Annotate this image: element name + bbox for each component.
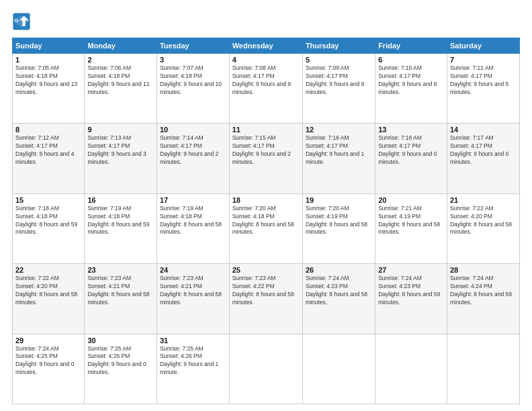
day-number: 2 <box>87 56 154 64</box>
day-info: Sunrise: 7:24 AM Sunset: 4:23 PM Dayligh… <box>306 275 372 307</box>
day-number: 3 <box>160 56 226 64</box>
day-number: 24 <box>160 266 226 274</box>
day-number: 4 <box>232 56 300 64</box>
day-info: Sunrise: 7:11 AM Sunset: 4:17 PM Dayligh… <box>450 64 517 97</box>
week-row-1: 1 Sunrise: 7:05 AM Sunset: 4:18 PM Dayli… <box>13 54 520 124</box>
day-cell: 10 Sunrise: 7:14 AM Sunset: 4:17 PM Dayl… <box>157 124 229 193</box>
day-number: 14 <box>450 126 517 134</box>
calendar-page: G SundayMondayTuesdayWednesdayThursdayFr… <box>0 0 532 411</box>
day-info: Sunrise: 7:21 AM Sunset: 4:19 PM Dayligh… <box>378 205 444 237</box>
day-cell: 9 Sunrise: 7:13 AM Sunset: 4:17 PM Dayli… <box>85 124 157 193</box>
day-cell <box>447 334 519 404</box>
day-cell <box>229 334 302 404</box>
day-info: Sunrise: 7:24 AM Sunset: 4:23 PM Dayligh… <box>378 275 444 307</box>
day-info: Sunrise: 7:23 AM Sunset: 4:22 PM Dayligh… <box>232 275 300 307</box>
day-cell: 24 Sunrise: 7:23 AM Sunset: 4:21 PM Dayl… <box>157 264 229 334</box>
day-number: 6 <box>378 56 444 64</box>
day-number: 27 <box>378 266 444 274</box>
day-cell: 2 Sunrise: 7:06 AM Sunset: 4:18 PM Dayli… <box>85 54 157 124</box>
day-cell: 1 Sunrise: 7:05 AM Sunset: 4:18 PM Dayli… <box>13 54 85 124</box>
col-header-thursday: Thursday <box>302 38 375 54</box>
day-info: Sunrise: 7:24 AM Sunset: 4:24 PM Dayligh… <box>450 275 517 307</box>
col-header-monday: Monday <box>85 38 157 54</box>
day-cell: 8 Sunrise: 7:12 AM Sunset: 4:17 PM Dayli… <box>13 124 85 193</box>
day-info: Sunrise: 7:06 AM Sunset: 4:18 PM Dayligh… <box>87 64 154 97</box>
logo-icon: G <box>12 12 31 31</box>
day-number: 5 <box>306 56 372 64</box>
day-number: 29 <box>15 336 81 345</box>
day-info: Sunrise: 7:12 AM Sunset: 4:17 PM Dayligh… <box>15 134 81 167</box>
day-info: Sunrise: 7:18 AM Sunset: 4:18 PM Dayligh… <box>15 205 81 237</box>
svg-text:G: G <box>15 17 19 24</box>
col-header-wednesday: Wednesday <box>229 38 302 54</box>
day-cell: 23 Sunrise: 7:23 AM Sunset: 4:21 PM Dayl… <box>85 264 157 334</box>
day-cell <box>375 334 447 404</box>
day-number: 7 <box>450 56 517 64</box>
day-info: Sunrise: 7:19 AM Sunset: 4:18 PM Dayligh… <box>160 205 226 237</box>
day-info: Sunrise: 7:05 AM Sunset: 4:18 PM Dayligh… <box>15 64 81 97</box>
logo: G <box>12 12 34 31</box>
day-cell: 28 Sunrise: 7:24 AM Sunset: 4:24 PM Dayl… <box>447 264 519 334</box>
col-header-sunday: Sunday <box>13 38 85 54</box>
day-cell: 12 Sunrise: 7:16 AM Sunset: 4:17 PM Dayl… <box>302 124 375 193</box>
day-cell: 11 Sunrise: 7:15 AM Sunset: 4:17 PM Dayl… <box>229 124 302 193</box>
day-info: Sunrise: 7:22 AM Sunset: 4:20 PM Dayligh… <box>15 275 81 307</box>
day-number: 1 <box>15 56 81 64</box>
day-cell: 25 Sunrise: 7:23 AM Sunset: 4:22 PM Dayl… <box>229 264 302 334</box>
day-number: 16 <box>87 196 154 204</box>
day-number: 13 <box>378 126 444 134</box>
col-header-tuesday: Tuesday <box>157 38 229 54</box>
day-cell: 27 Sunrise: 7:24 AM Sunset: 4:23 PM Dayl… <box>375 264 447 334</box>
day-cell: 15 Sunrise: 7:18 AM Sunset: 4:18 PM Dayl… <box>13 193 85 263</box>
day-number: 19 <box>306 196 372 204</box>
week-row-5: 29 Sunrise: 7:24 AM Sunset: 4:25 PM Dayl… <box>13 334 520 404</box>
calendar-table: SundayMondayTuesdayWednesdayThursdayFrid… <box>12 38 520 404</box>
day-info: Sunrise: 7:24 AM Sunset: 4:25 PM Dayligh… <box>15 345 81 377</box>
day-cell: 19 Sunrise: 7:20 AM Sunset: 4:19 PM Dayl… <box>302 193 375 263</box>
day-info: Sunrise: 7:15 AM Sunset: 4:17 PM Dayligh… <box>232 134 300 167</box>
day-cell: 17 Sunrise: 7:19 AM Sunset: 4:18 PM Dayl… <box>157 193 229 263</box>
day-info: Sunrise: 7:22 AM Sunset: 4:20 PM Dayligh… <box>450 205 517 237</box>
day-number: 25 <box>232 266 300 274</box>
week-row-3: 15 Sunrise: 7:18 AM Sunset: 4:18 PM Dayl… <box>13 193 520 263</box>
day-info: Sunrise: 7:23 AM Sunset: 4:21 PM Dayligh… <box>160 275 226 307</box>
day-info: Sunrise: 7:07 AM Sunset: 4:18 PM Dayligh… <box>160 64 226 97</box>
day-number: 8 <box>15 126 81 134</box>
day-cell: 30 Sunrise: 7:25 AM Sunset: 4:26 PM Dayl… <box>85 334 157 404</box>
day-number: 30 <box>87 336 154 345</box>
header: G <box>12 12 520 31</box>
day-cell <box>302 334 375 404</box>
day-number: 26 <box>306 266 372 274</box>
day-info: Sunrise: 7:23 AM Sunset: 4:21 PM Dayligh… <box>87 275 154 307</box>
day-info: Sunrise: 7:08 AM Sunset: 4:17 PM Dayligh… <box>232 64 300 97</box>
day-cell: 16 Sunrise: 7:19 AM Sunset: 4:18 PM Dayl… <box>85 193 157 263</box>
day-number: 22 <box>15 266 81 274</box>
day-number: 17 <box>160 196 226 204</box>
day-cell: 21 Sunrise: 7:22 AM Sunset: 4:20 PM Dayl… <box>447 193 519 263</box>
day-cell: 20 Sunrise: 7:21 AM Sunset: 4:19 PM Dayl… <box>375 193 447 263</box>
day-cell: 26 Sunrise: 7:24 AM Sunset: 4:23 PM Dayl… <box>302 264 375 334</box>
day-info: Sunrise: 7:09 AM Sunset: 4:17 PM Dayligh… <box>306 64 372 97</box>
day-number: 9 <box>87 126 154 134</box>
day-cell: 4 Sunrise: 7:08 AM Sunset: 4:17 PM Dayli… <box>229 54 302 124</box>
day-number: 11 <box>232 126 300 134</box>
col-header-friday: Friday <box>375 38 447 54</box>
day-cell: 31 Sunrise: 7:25 AM Sunset: 4:26 PM Dayl… <box>157 334 229 404</box>
day-cell: 7 Sunrise: 7:11 AM Sunset: 4:17 PM Dayli… <box>447 54 519 124</box>
day-cell: 22 Sunrise: 7:22 AM Sunset: 4:20 PM Dayl… <box>13 264 85 334</box>
day-info: Sunrise: 7:20 AM Sunset: 4:18 PM Dayligh… <box>232 205 300 237</box>
day-info: Sunrise: 7:14 AM Sunset: 4:17 PM Dayligh… <box>160 134 226 167</box>
day-number: 31 <box>160 336 226 345</box>
day-number: 12 <box>306 126 372 134</box>
day-number: 15 <box>15 196 81 204</box>
day-number: 10 <box>160 126 226 134</box>
day-number: 23 <box>87 266 154 274</box>
day-info: Sunrise: 7:16 AM Sunset: 4:17 PM Dayligh… <box>378 134 444 167</box>
day-info: Sunrise: 7:10 AM Sunset: 4:17 PM Dayligh… <box>378 64 444 97</box>
day-number: 18 <box>232 196 300 204</box>
day-info: Sunrise: 7:19 AM Sunset: 4:18 PM Dayligh… <box>87 205 154 237</box>
day-cell: 6 Sunrise: 7:10 AM Sunset: 4:17 PM Dayli… <box>375 54 447 124</box>
day-info: Sunrise: 7:16 AM Sunset: 4:17 PM Dayligh… <box>306 134 372 167</box>
day-cell: 14 Sunrise: 7:17 AM Sunset: 4:17 PM Dayl… <box>447 124 519 193</box>
week-row-4: 22 Sunrise: 7:22 AM Sunset: 4:20 PM Dayl… <box>13 264 520 334</box>
